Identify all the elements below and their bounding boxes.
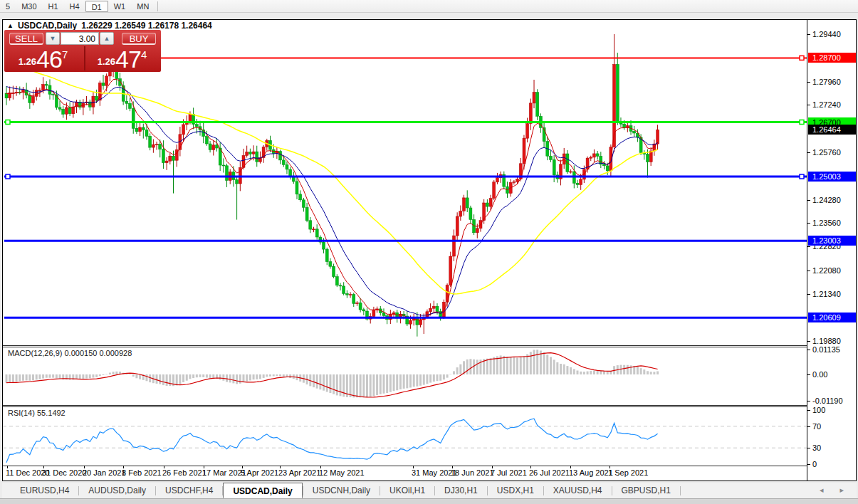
- chart-tab-AUDUSD-Daily[interactable]: AUDUSD,Daily: [79, 483, 155, 498]
- timeframe-button-D1[interactable]: D1: [85, 1, 108, 12]
- date-axis-label: 1 Sep 2021: [608, 468, 648, 477]
- buy-price-display[interactable]: 1.26474: [84, 46, 159, 70]
- pane-separator[interactable]: [3, 405, 857, 406]
- price-axis-label: 1.19880: [812, 337, 841, 345]
- chart-ohlc-values: 1.26229 1.26549 1.26178 1.26464: [81, 21, 212, 31]
- pane-separator[interactable]: [3, 345, 857, 346]
- rsi-value: 55.1492: [37, 409, 66, 417]
- chart-tab-UKOil-H1[interactable]: UKOil,H1: [380, 483, 434, 498]
- volume-decrease-button[interactable]: ▼: [46, 32, 60, 45]
- price-axis-label: 1.29440: [812, 30, 841, 38]
- axis-tick: [807, 271, 810, 271]
- price-line-badge-1.28700: 1.28700: [808, 53, 856, 63]
- axis-tick: [807, 223, 810, 224]
- chart-tab-GBPUSD-H1[interactable]: GBPUSD,H1: [612, 483, 680, 498]
- chart-tab-USDCAD-Daily[interactable]: USDCAD,Daily: [223, 483, 302, 498]
- bottom-status-strip: [0, 498, 858, 504]
- timeframe-button-W1[interactable]: W1: [108, 1, 132, 12]
- timeframe-button-M30[interactable]: M30: [16, 1, 42, 12]
- price-line-badge-1.25003: 1.25003: [808, 172, 856, 182]
- trade-panel: SELL ▼ 3.00 ▲ BUY 1.26467 1.26474: [4, 30, 161, 72]
- axis-tick: [807, 448, 810, 448]
- price-axis-label: 100: [812, 406, 825, 414]
- axis-tick: [807, 401, 810, 401]
- date-axis-label: 7 Jul 2021: [491, 468, 527, 477]
- timeframe-toolbar: 5M30H1H4D1W1MN: [0, 0, 858, 13]
- axis-tick: [807, 82, 810, 83]
- buy-price-big: 47: [115, 48, 141, 70]
- time-axis-line: [3, 466, 857, 466]
- price-axis-label: 1.21340: [812, 290, 841, 298]
- date-axis-label: 20 Jan 2021: [83, 468, 126, 477]
- chart-tab-USDCHF-H4[interactable]: USDCHF,H4: [156, 483, 222, 498]
- price-axis-label: 1.24280: [812, 196, 841, 204]
- date-axis-label: 26 Feb 2021: [162, 468, 206, 477]
- axis-tick: [807, 426, 810, 427]
- axis-tick: [807, 464, 810, 465]
- timeframe-button-5[interactable]: 5: [0, 1, 16, 12]
- date-axis-label: 18 Jun 2021: [451, 468, 494, 477]
- date-axis-label: 31 Dec 2020: [42, 468, 86, 477]
- tab-bar-padding: [2, 483, 11, 498]
- sell-button[interactable]: SELL: [9, 33, 43, 45]
- axis-tick: [807, 200, 810, 201]
- sell-price-display[interactable]: 1.26467: [6, 46, 80, 70]
- chart-tab-USDX-H1[interactable]: USDX,H1: [488, 483, 543, 498]
- chart-tab-USDCNH-Daily[interactable]: USDCNH,Daily: [303, 483, 380, 498]
- collapse-trade-panel-icon[interactable]: ▲: [7, 22, 14, 29]
- hline-1.26700[interactable]: [4, 120, 807, 125]
- buy-price-pip: 4: [141, 48, 147, 61]
- price-axis: 1.294401.279601.272401.257601.242801.235…: [807, 20, 857, 481]
- current-price-badge: 1.26464: [808, 125, 856, 135]
- date-axis-label: 23 Apr 2021: [278, 468, 320, 477]
- price-axis-label: 1.23560: [812, 219, 841, 227]
- price-axis-label: -0.01190: [812, 397, 843, 405]
- date-axis-label: 12 May 2021: [319, 468, 365, 477]
- timeframe-button-MN[interactable]: MN: [131, 1, 155, 12]
- ma-mid-line[interactable]: [6, 87, 658, 316]
- tab-scroll-arrows[interactable]: ◂ ▸: [820, 485, 851, 495]
- volume-input[interactable]: 3.00: [61, 32, 99, 45]
- timeframe-button-H1[interactable]: H1: [43, 1, 64, 12]
- date-axis-label: 5 Apr 2021: [241, 468, 278, 477]
- price-axis-label: 1.22080: [812, 266, 841, 275]
- volume-increase-button[interactable]: ▲: [100, 32, 114, 45]
- axis-tick: [807, 410, 810, 411]
- price-line-badge-1.23003: 1.23003: [808, 236, 856, 246]
- date-axis-label: 26 Jul 2021: [529, 468, 570, 477]
- timeframe-button-H4[interactable]: H4: [64, 1, 85, 12]
- axis-tick: [807, 246, 810, 247]
- chart-tab-DJ30-H1[interactable]: DJ30,H1: [435, 483, 487, 498]
- price-axis-label: 0: [812, 460, 817, 468]
- macd-label: MACD(12,26,9) 0.000150 0.000928: [8, 349, 132, 357]
- tab-separator: [680, 486, 681, 495]
- price-axis-label: 1.27240: [812, 100, 841, 109]
- hline-1.25003[interactable]: [4, 174, 807, 179]
- pane-separator[interactable]: [3, 406, 857, 407]
- date-axis-label: 13 Aug 2021: [569, 468, 613, 477]
- price-axis-label: 1.25760: [812, 148, 841, 157]
- axis-tick: [807, 34, 810, 35]
- axis-tick: [807, 152, 810, 153]
- price-axis-label: 0.01135: [812, 345, 840, 354]
- macd-main-value: 0.000150: [64, 349, 97, 357]
- price-axis-label: 30: [812, 443, 821, 452]
- chart-tab-bar: EURUSD,H4AUDUSD,DailyUSDCHF,H4USDCAD,Dai…: [2, 483, 857, 498]
- axis-tick: [807, 105, 810, 105]
- price-line-badge-1.20609: 1.20609: [808, 313, 856, 322]
- axis-tick: [807, 350, 810, 350]
- buy-button[interactable]: BUY: [122, 33, 156, 45]
- rsi-name: RSI(14): [8, 409, 35, 417]
- pane-separator[interactable]: [3, 347, 857, 347]
- sell-price-big: 46: [36, 48, 62, 70]
- buy-price-prefix: 1.26: [98, 56, 115, 70]
- rsi-label: RSI(14) 55.1492: [8, 409, 66, 417]
- ma-fast-line[interactable]: [6, 79, 658, 320]
- price-axis-label: 0.00: [812, 370, 827, 379]
- chart-tab-XAUUSD-H4[interactable]: XAUUSD,H4: [544, 483, 612, 498]
- toolbar-separator: [157, 1, 158, 11]
- chart-title-row: ▲ USDCAD,Daily 1.26229 1.26549 1.26178 1…: [7, 21, 212, 30]
- chart-tab-EURUSD-H4[interactable]: EURUSD,H4: [11, 483, 78, 498]
- macd-name: MACD(12,26,9): [8, 349, 62, 357]
- sell-price-pip: 7: [62, 48, 68, 61]
